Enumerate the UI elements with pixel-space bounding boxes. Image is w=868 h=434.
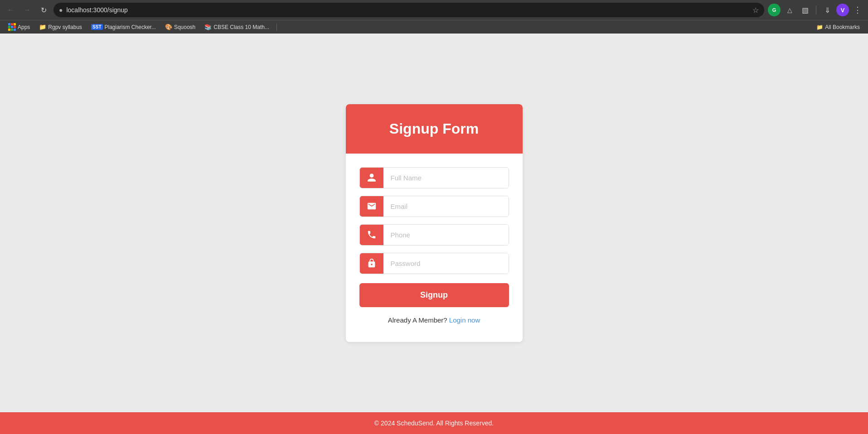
folder-icon: 📁 <box>39 24 46 30</box>
phone-input-group <box>359 224 509 246</box>
page-footer: © 2024 ScheduSend. All Rights Reserved. <box>0 412 868 434</box>
login-now-link[interactable]: Login now <box>449 316 480 324</box>
email-input-group <box>359 196 509 217</box>
bookmark-rgpv-label: Rgpv syllabus <box>48 24 82 30</box>
email-icon <box>360 196 383 217</box>
all-bookmarks-button[interactable]: 📁 All Bookmarks <box>813 23 863 31</box>
bookmark-apps[interactable]: Apps <box>5 22 34 32</box>
url-display: localhost:3000/signup <box>66 6 749 14</box>
bookmark-apps-label: Apps <box>18 24 30 30</box>
bookmark-plagiarism-label: Plagiarism Checker... <box>105 24 156 30</box>
extensions-button[interactable]: ▧ <box>799 4 811 16</box>
lock-icon <box>360 253 383 274</box>
grammarly-extension-button[interactable]: G <box>768 4 781 16</box>
bookmark-squoosh[interactable]: 🎨 Squoosh <box>161 23 199 31</box>
bookmark-squoosh-label: Squoosh <box>174 24 195 30</box>
bookmark-rgpv[interactable]: 📁 Rgpv syllabus <box>35 23 86 31</box>
phone-icon <box>360 225 383 245</box>
back-button[interactable]: ← <box>5 4 17 16</box>
footer-text: © 2024 ScheduSend. All Rights Reserved. <box>374 420 494 427</box>
already-member-label: Already A Member? <box>388 316 447 324</box>
form-title: Signup Form <box>355 121 514 137</box>
cbse-icon: 📚 <box>204 24 212 30</box>
all-bookmarks-label: All Bookmarks <box>825 24 860 30</box>
card-body: Signup Already A Member? Login now <box>346 154 523 342</box>
reload-button[interactable]: ↻ <box>37 4 50 16</box>
browser-chrome: ← → ↻ ● localhost:3000/signup ☆ G △ ▧ ⇓ … <box>0 0 868 34</box>
secure-icon: ● <box>59 6 63 14</box>
apps-grid-icon <box>8 23 16 31</box>
squoosh-icon: 🎨 <box>165 24 172 30</box>
browser-toolbar: ← → ↻ ● localhost:3000/signup ☆ G △ ▧ ⇓ … <box>0 0 868 20</box>
signup-button[interactable]: Signup <box>359 283 509 307</box>
bookmarks-bar: Apps 📁 Rgpv syllabus SST Plagiarism Chec… <box>0 20 868 34</box>
phone-input[interactable] <box>383 225 509 245</box>
bookmark-star-icon[interactable]: ☆ <box>752 6 759 14</box>
plagiarism-icon: SST <box>91 24 102 30</box>
bookmarks-folder-icon: 📁 <box>816 24 823 30</box>
bookmark-cbse[interactable]: 📚 CBSE Class 10 Math... <box>201 23 273 31</box>
forward-button[interactable]: → <box>21 4 34 16</box>
page-content: Signup Form <box>0 34 868 412</box>
already-member-text: Already A Member? Login now <box>359 316 509 324</box>
downloads-button[interactable]: ⇓ <box>821 4 834 16</box>
address-bar[interactable]: ● localhost:3000/signup ☆ <box>53 3 764 17</box>
bookmark-plagiarism[interactable]: SST Plagiarism Checker... <box>87 23 160 31</box>
browser-action-buttons: G △ ▧ ⇓ V ⋮ <box>768 3 863 17</box>
bookmark-cbse-label: CBSE Class 10 Math... <box>213 24 269 30</box>
password-input-group <box>359 253 509 274</box>
separator <box>816 5 816 14</box>
chrome-menu-button[interactable]: ⋮ <box>852 3 863 17</box>
password-input[interactable] <box>383 253 509 274</box>
fullname-input[interactable] <box>383 168 509 188</box>
triangle-extension-button[interactable]: △ <box>783 4 796 16</box>
card-header: Signup Form <box>346 104 523 154</box>
profile-avatar-button[interactable]: V <box>836 4 849 16</box>
user-icon <box>360 168 383 188</box>
signup-card: Signup Form <box>346 104 523 342</box>
email-input[interactable] <box>383 196 509 217</box>
bookmarks-separator <box>276 24 277 31</box>
fullname-input-group <box>359 167 509 188</box>
